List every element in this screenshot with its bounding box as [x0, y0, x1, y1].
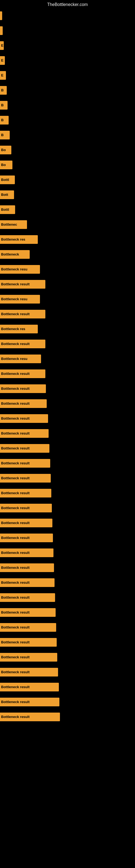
bar-row: E	[0, 38, 135, 53]
bar-row: Bottl	[0, 172, 135, 187]
bar-row: Bottleneck result	[0, 635, 135, 650]
bar-row: E	[0, 68, 135, 83]
bar: B	[0, 131, 10, 140]
bar: Bottleneck result	[0, 340, 45, 348]
bar: Bottleneck result	[0, 698, 59, 706]
bar: Bottleneck result	[0, 399, 47, 408]
bar-row: Bottl	[0, 202, 135, 217]
site-title: TheBottlenecker.com	[0, 0, 135, 9]
bar-row: Bottleneck result	[0, 590, 135, 605]
bar	[0, 26, 3, 35]
bar-row: Bo	[0, 143, 135, 157]
bar: Bottleneck resu	[0, 295, 40, 304]
bar: Bottleneck result	[0, 549, 53, 557]
bar-row: Bottleneck result	[0, 516, 135, 530]
bar	[0, 11, 2, 20]
bar: Bott	[0, 190, 14, 199]
bar: Bottleneck	[0, 250, 30, 259]
bar: Bottl	[0, 176, 15, 184]
bars-container: EEEBBBBBoBoBottlBottBottlBottlenecBottle…	[0, 8, 135, 724]
bar-row: Bottleneck result	[0, 545, 135, 560]
bar-row: Bottleneck result	[0, 694, 135, 709]
bar-row: Bo	[0, 157, 135, 172]
bar: Bottleneck resu	[0, 265, 40, 274]
bar: Bottleneck result	[0, 653, 57, 661]
bar-row: Bottleneck result	[0, 500, 135, 516]
bar: B	[0, 116, 9, 124]
bar: Bottleneck result	[0, 459, 50, 468]
bar: Bottl	[0, 205, 15, 214]
bar-row: Bottleneck result	[0, 307, 135, 321]
bar-row: Bottleneck result	[0, 366, 135, 381]
bar-row	[0, 23, 135, 38]
bar-row: Bottleneck result	[0, 336, 135, 351]
bar: Bottleneck result	[0, 519, 52, 527]
bar: Bottleneck result	[0, 683, 59, 691]
bar: Bottleneck result	[0, 280, 45, 289]
bar-row: Bottleneck result	[0, 426, 135, 441]
bar: Bottleneck result	[0, 504, 52, 513]
bar-row: Bott	[0, 187, 135, 202]
bar-row: Bottleneck res	[0, 232, 135, 247]
bar: E	[0, 71, 6, 80]
bar-row: B	[0, 83, 135, 98]
bar-row: Bottleneck result	[0, 411, 135, 426]
bar: Bottleneck result	[0, 489, 51, 497]
bar: Bottleneck result	[0, 533, 53, 542]
bar: Bottleneck result	[0, 310, 45, 318]
bar-row: Bottleneck result	[0, 486, 135, 500]
bar-row: B	[0, 98, 135, 113]
bar: Bottleneck result	[0, 578, 54, 587]
bar: Bottleneck result	[0, 444, 49, 453]
bar: Bottleneck result	[0, 474, 51, 483]
bar: E	[0, 41, 4, 50]
bar: B	[0, 86, 7, 95]
bar-row: Bottleneck	[0, 247, 135, 262]
bar: Bo	[0, 161, 12, 169]
bar-row: Bottleneck result	[0, 530, 135, 545]
bar-row: Bottleneck result	[0, 560, 135, 575]
bar: Bottleneck result	[0, 638, 57, 647]
bar: Bo	[0, 146, 11, 154]
bar-row: Bottleneck result	[0, 680, 135, 694]
bar: Bottleneck result	[0, 369, 45, 378]
bar: Bottleneck result	[0, 429, 49, 438]
bar-row: Bottleneck result	[0, 664, 135, 680]
bar-row: Bottleneck resu	[0, 351, 135, 366]
bar-row: Bottleneck resu	[0, 262, 135, 277]
bar-row: Bottleneck result	[0, 396, 135, 411]
bar: Bottleneck result	[0, 608, 56, 617]
bar-row: Bottleneck result	[0, 456, 135, 471]
bar-row	[0, 8, 135, 23]
bar: Bottleneck result	[0, 668, 58, 677]
bar: B	[0, 101, 8, 110]
bar: Bottleneck result	[0, 593, 55, 602]
bar-row: Bottleneck result	[0, 709, 135, 724]
bar-row: Bottleneck result	[0, 620, 135, 635]
bar: Bottleneck result	[0, 414, 48, 423]
bar: Bottlenec	[0, 220, 27, 229]
bar-row: Bottleneck result	[0, 277, 135, 291]
bar-row: Bottleneck res	[0, 321, 135, 336]
bar-row: Bottleneck result	[0, 575, 135, 590]
bar: Bottleneck res	[0, 235, 38, 244]
bar-row: B	[0, 127, 135, 143]
bar-row: E	[0, 53, 135, 68]
bar: Bottleneck result	[0, 623, 56, 632]
bar: Bottleneck resu	[0, 354, 41, 363]
bar: Bottleneck res	[0, 325, 38, 333]
bar-row: Bottleneck result	[0, 650, 135, 664]
bar: E	[0, 56, 5, 65]
bar: Bottleneck result	[0, 563, 54, 572]
bar: Bottleneck result	[0, 384, 46, 393]
bar-row: Bottleneck result	[0, 381, 135, 396]
bar: Bottleneck result	[0, 713, 60, 721]
bar-row: Bottleneck result	[0, 471, 135, 486]
bar-row: Bottlenec	[0, 217, 135, 232]
bar-row: Bottleneck result	[0, 605, 135, 620]
bar-row: Bottleneck result	[0, 441, 135, 456]
bar-row: B	[0, 113, 135, 127]
bar-row: Bottleneck resu	[0, 291, 135, 307]
